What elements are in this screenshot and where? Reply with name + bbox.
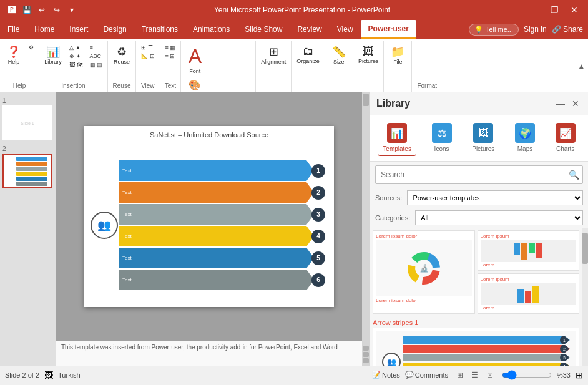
font-btn[interactable]: A Font (184, 44, 206, 76)
template-label-br: Lorem ipsum dolor (376, 298, 472, 303)
tab-icons[interactable]: ⚖ Icons (427, 120, 457, 156)
slide-canvas[interactable]: SaNet.st – Unlimited Download Source 👥 T… (84, 126, 334, 307)
save-btn[interactable]: 💾 (20, 3, 34, 17)
mini-arrows: 1 2 3 4 5 (403, 336, 570, 366)
menu-home[interactable]: Home (27, 20, 62, 39)
slide-thumb-1[interactable]: Slide 1 (2, 105, 52, 140)
template-card-featured[interactable]: Lorem ipsum dolor 🔬 (373, 230, 475, 314)
library-filters: Sources: Power-user templates My templat… (370, 188, 588, 208)
reading-view-btn[interactable]: ⊡ (483, 368, 497, 382)
close-btn[interactable]: ✕ (566, 2, 583, 17)
menu-slideshow[interactable]: Slide Show (237, 20, 290, 39)
slide-thumb-2[interactable] (2, 154, 52, 188)
arrow-num-4: 4 (311, 230, 325, 243)
file-group-label (386, 88, 409, 92)
more-qa-btn[interactable]: ▾ (65, 3, 79, 17)
insertion-label: Insertion (42, 81, 105, 92)
normal-view-btn[interactable]: ⊞ (453, 368, 467, 382)
text-format-btn2[interactable]: ≡ ⊞ (163, 52, 179, 60)
abc-btn[interactable]: ABC (87, 52, 105, 60)
powerpoint-icon[interactable]: 🅿 (5, 3, 19, 17)
template-grid-row1: Lorem ipsum dolor 🔬 (373, 230, 579, 314)
menu-design[interactable]: Design (96, 20, 134, 39)
search-button[interactable]: 🔍 (565, 166, 582, 183)
share-btn[interactable]: 🔗 Share (552, 25, 583, 34)
categories-select[interactable]: All Business Data (415, 210, 583, 225)
help-btn[interactable]: ❓ Help (2, 44, 25, 66)
template-card-tr[interactable]: Lorem ipsum Lorem (478, 230, 580, 271)
arrow-row-1: Text 1 (119, 160, 325, 181)
search-input[interactable] (376, 168, 565, 182)
file-label: File (393, 59, 403, 65)
pictures-btn2[interactable]: 🖼 Pictures (356, 44, 381, 66)
chart-btn[interactable]: ≡ (87, 44, 105, 51)
text-format-btn1[interactable]: ≡ ▦ (163, 44, 179, 51)
menu-animations[interactable]: Animations (185, 20, 237, 39)
tab-templates[interactable]: 📊 Templates (378, 120, 416, 156)
templates-tab-label: Templates (383, 145, 411, 152)
slide-sorter-btn[interactable]: ☰ (468, 368, 482, 382)
library-content-wrapper: Lorem ipsum dolor 🔬 (370, 228, 588, 366)
settings-btn[interactable]: ⚙ (26, 44, 36, 51)
library-minimize-btn[interactable]: — (554, 97, 567, 110)
menu-file[interactable]: File (0, 20, 27, 39)
library-close-btn[interactable]: ✕ (569, 97, 582, 110)
arrow-text-3: Text (122, 212, 132, 217)
tab-charts[interactable]: 📈 Charts (551, 120, 581, 156)
template-label-br2-b: Lorem (481, 305, 577, 311)
organize-btn[interactable]: 🗂 Organize (294, 44, 322, 66)
menu-review[interactable]: Review (290, 20, 329, 39)
view-btn2[interactable]: 📐 ⊡ (139, 52, 157, 60)
reuse-btn[interactable]: ♻ Reuse (110, 44, 133, 66)
zoom-slider[interactable] (502, 370, 552, 380)
template-preview-br (481, 283, 577, 305)
menu-transitions[interactable]: Transitions (134, 20, 185, 39)
size-btn[interactable]: 📏 Size (328, 44, 350, 66)
menu-view[interactable]: View (330, 20, 361, 39)
ribbon-group-size: 📏 Size (325, 41, 353, 92)
arrow-text-1: Text (122, 168, 132, 173)
template-card-br[interactable]: Lorem ipsum Lorem (478, 273, 580, 314)
undo-btn[interactable]: ↩ (35, 3, 49, 17)
template-label-br2: Lorem ipsum (481, 276, 577, 282)
tab-maps[interactable]: 🌍 Maps (510, 120, 540, 156)
file-btn[interactable]: 📁 File (386, 44, 409, 66)
mini-arrow-4: 4 (403, 363, 570, 366)
minimize-btn[interactable]: — (526, 2, 543, 17)
redo-btn[interactable]: ↪ (50, 3, 64, 17)
text-btn[interactable]: ▦ ▤ (87, 61, 105, 69)
icons-btn[interactable]: ⊕ ✦ (67, 52, 85, 60)
templates-btn[interactable]: 📊 Library (42, 44, 64, 66)
alignment-btn[interactable]: ⊞ Alignment (258, 44, 288, 66)
organize-label: Organize (296, 58, 320, 64)
title-bar: 🅿 💾 ↩ ↪ ▾ Yeni Microsoft PowerPoint Pres… (0, 0, 588, 20)
arrow-row-2: Text 2 (119, 182, 325, 203)
slide-info-icon[interactable]: 🖼 (44, 370, 53, 380)
fit-to-window-btn[interactable]: ⊞ (576, 370, 583, 380)
pictures-btn[interactable]: 🖼 🗺 (67, 61, 85, 69)
library-scrollbar[interactable] (582, 228, 588, 366)
arrow-row-5: Text 5 (119, 248, 325, 268)
pictures-label: Pictures (358, 58, 379, 64)
ribbon-scroll-up[interactable]: ▲ (577, 62, 586, 71)
shapes-btn[interactable]: △ ▲ (67, 44, 85, 51)
signin-btn[interactable]: Sign in (524, 25, 547, 34)
library-search-box: 🔍 (375, 165, 583, 184)
icons-tab-icon: ⚖ (432, 123, 452, 143)
menu-insert[interactable]: Insert (62, 20, 96, 39)
tell-me-box[interactable]: 💡 Tell me... (469, 24, 519, 36)
view-btn1[interactable]: ⊞ ☰ (139, 44, 157, 51)
sources-select[interactable]: Power-user templates My templates Shared… (407, 190, 583, 205)
canvas-vscroll[interactable] (362, 92, 370, 366)
help-label: Help (2, 81, 36, 92)
arrow-stripes-preview: 👥 1 2 3 (376, 331, 576, 366)
tab-pictures[interactable]: 🖼 Pictures (467, 120, 499, 156)
notes-btn[interactable]: 📝 Notes (372, 371, 400, 379)
template-card-arrow-stripes[interactable]: 👥 1 2 3 (373, 328, 579, 366)
menu-poweruser[interactable]: Power-user (361, 20, 416, 39)
maximize-btn[interactable]: ❐ (546, 2, 563, 17)
slide-canvas-area: SaNet.st – Unlimited Download Source 👥 T… (56, 92, 370, 341)
template-cards-right: Lorem ipsum Lorem (478, 230, 580, 314)
template-name-label: Arrow stripes 1 (373, 316, 579, 328)
comments-btn[interactable]: 💬 Comments (405, 371, 448, 379)
